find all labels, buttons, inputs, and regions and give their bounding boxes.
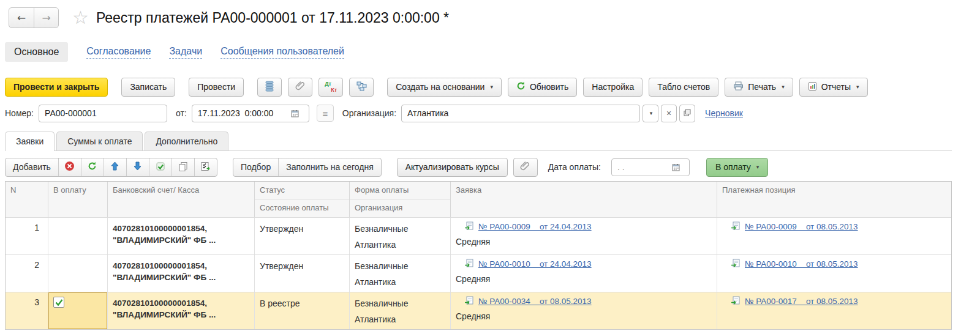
document-link-icon [731,259,741,269]
col-payment-form-label: Форма оплаты [350,182,450,199]
history-nav-group: ← → [9,7,59,28]
request-link[interactable]: № РА00-0034 от 08.05.2013 [478,297,592,306]
reports-label: Отчеты [821,82,851,92]
priority-value: Средняя [456,232,712,248]
debit-credit-icon: ДтКт [325,81,337,93]
toggle-flags-button[interactable] [194,158,217,176]
chevron-down-icon: ▾ [782,84,785,90]
payment-position-link[interactable]: № РА00-0009 от 08.05.2013 [745,222,858,231]
tab-requests[interactable]: Заявки [5,132,55,151]
copy-row-button[interactable] [172,158,194,176]
payment-form-cell: Безналичные Атлантика [350,255,451,292]
post-and-close-button[interactable]: Провести и закрыть [5,78,108,97]
table-row[interactable]: 2 40702810100000001854, "ВЛАДИМИРСКИЙ" Ф… [6,254,951,292]
row-number: 1 [6,218,48,254]
number-label: Номер: [5,108,34,118]
pay-date-field[interactable]: . . [611,158,690,176]
organization-dropdown-button[interactable]: ▾ [643,105,658,122]
reports-button[interactable]: Отчеты ▾ [799,78,868,97]
favorite-star-icon[interactable]: ☆ [72,9,89,27]
set-flags-button[interactable] [149,158,172,176]
organization-field[interactable]: Атлантика [401,105,640,122]
payment-position-link[interactable]: № РА00-0017 от 08.05.2013 [745,297,858,306]
row-attachments-button[interactable] [513,158,538,177]
payment-form-cell: Безналичные Атлантика [350,292,451,329]
attachments-button[interactable] [288,78,312,97]
open-icon [684,108,691,118]
calendar-icon[interactable] [668,159,684,176]
pay-date-label: Дата оплаты: [548,162,601,172]
tab-additional[interactable]: Дополнительно [145,132,228,150]
delete-row-button[interactable] [58,158,81,176]
document-link-icon [731,221,741,232]
col-organization-label: Организация [350,199,450,217]
col-request[interactable]: Заявка [451,182,717,217]
organization-clear-button[interactable]: × [661,105,677,122]
print-label: Печать [748,82,776,92]
number-value: РА00-000001 [45,108,97,118]
grid-edit-group: Добавить [5,158,217,177]
tab-main[interactable]: Основное [5,42,68,62]
register-records-button[interactable] [257,78,282,97]
table-row[interactable]: 3 40702810100000001854, "ВЛАДИМИРСКИЙ" Ф… [6,292,951,329]
main-toolbar: Провести и закрыть Записать Провести ДтК… [5,77,980,97]
pay-date-value: . . [617,162,625,172]
pick-button[interactable]: Подбор [233,158,278,176]
date-field[interactable]: 17.11.2023 0:00:00 [192,105,309,122]
document-link-icon [464,259,475,269]
refresh-button[interactable]: Обновить [508,78,577,97]
back-button[interactable]: ← [9,8,34,28]
to-pay-cell[interactable] [48,292,108,329]
refresh-rows-button[interactable] [81,158,104,176]
tab-amounts-to-pay[interactable]: Суммы к оплате [56,132,143,150]
calendar-icon[interactable] [287,105,303,122]
to-payment-button[interactable]: В оплату ▾ [706,158,768,177]
save-button[interactable]: Записать [121,78,175,97]
to-pay-cell[interactable] [48,255,108,292]
tab-approval[interactable]: Согласование [86,46,151,59]
col-n[interactable]: N [6,182,48,217]
document-structure-icon [356,81,367,93]
table-row[interactable]: 1 40702810100000001854, "ВЛАДИМИРСКИЙ" Ф… [6,217,951,254]
row-number: 3 [6,292,48,329]
add-row-button[interactable]: Добавить [6,158,58,176]
row-number: 2 [6,255,48,292]
grid-fill-group: Подбор Заполнить на сегодня [233,158,382,177]
to-pay-cell[interactable] [48,218,108,254]
update-rates-button[interactable]: Актуализировать курсы [397,158,508,177]
menu-icon[interactable]: ≡ [317,105,334,122]
move-up-button[interactable] [104,158,126,176]
arrow-up-icon [111,161,119,173]
create-based-on-button[interactable]: Создать на основании ▾ [387,78,502,97]
forward-button[interactable]: → [34,8,58,28]
detail-tabs: Заявки Суммы к оплате Дополнительно [5,132,952,151]
col-account[interactable]: Банковский счет/ Касса [108,182,255,217]
number-field[interactable]: РА00-000001 [39,105,167,122]
organization-open-button[interactable] [679,105,695,122]
draft-link[interactable]: Черновик [705,108,743,118]
tab-user-messages[interactable]: Сообщения пользователей [221,46,344,59]
settings-button[interactable]: Настройка [583,78,643,97]
requests-table: N В оплату Банковский счет/ Касса Статус… [5,181,952,330]
payment-form-cell: Безналичные Атлантика [350,218,451,254]
request-link[interactable]: № РА00-0009 от 24.04.2013 [478,222,592,231]
col-payment-form[interactable]: Форма оплаты Организация [350,182,451,217]
col-to-pay[interactable]: В оплату [48,182,108,217]
accounts-board-button[interactable]: Табло счетов [649,78,718,97]
date-label: от: [176,108,187,118]
related-documents-button[interactable] [349,78,374,97]
col-status[interactable]: Статус Состояние оплаты [255,182,350,217]
chevron-down-icon: ▾ [650,110,653,116]
request-link[interactable]: № РА00-0010 от 24.04.2013 [478,259,592,269]
grid-toolbar: Добавить Подбор Заполнить на сегодня Акт… [5,157,980,177]
bank-account-cell: 40702810100000001854, "ВЛАДИМИРСКИЙ" ФБ … [108,255,255,292]
print-button[interactable]: Печать ▾ [725,78,793,97]
fill-today-button[interactable]: Заполнить на сегодня [278,158,381,176]
to-pay-checkbox[interactable] [53,297,64,308]
debit-credit-button[interactable]: ДтКт [318,78,343,97]
col-payment-position[interactable]: Платежная позиция [717,182,951,217]
post-button[interactable]: Провести [189,78,244,97]
move-down-button[interactable] [126,158,149,176]
tab-tasks[interactable]: Задачи [169,46,202,59]
payment-position-link[interactable]: № РА00-0010 от 08.05.2013 [745,259,858,269]
